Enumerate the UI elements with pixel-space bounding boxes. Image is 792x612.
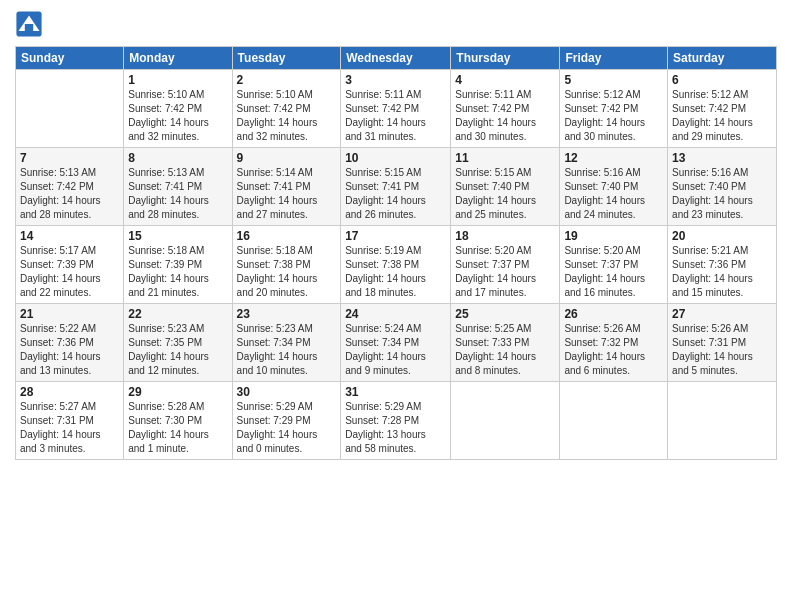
day-number: 19 — [564, 229, 663, 243]
day-info: Sunrise: 5:15 AM Sunset: 7:41 PM Dayligh… — [345, 166, 446, 222]
calendar-cell: 11Sunrise: 5:15 AM Sunset: 7:40 PM Dayli… — [451, 148, 560, 226]
calendar-cell: 9Sunrise: 5:14 AM Sunset: 7:41 PM Daylig… — [232, 148, 341, 226]
calendar-week-row: 28Sunrise: 5:27 AM Sunset: 7:31 PM Dayli… — [16, 382, 777, 460]
calendar-table: SundayMondayTuesdayWednesdayThursdayFrid… — [15, 46, 777, 460]
day-info: Sunrise: 5:24 AM Sunset: 7:34 PM Dayligh… — [345, 322, 446, 378]
calendar-cell: 20Sunrise: 5:21 AM Sunset: 7:36 PM Dayli… — [668, 226, 777, 304]
calendar-cell: 6Sunrise: 5:12 AM Sunset: 7:42 PM Daylig… — [668, 70, 777, 148]
day-number: 4 — [455, 73, 555, 87]
day-number: 7 — [20, 151, 119, 165]
day-info: Sunrise: 5:20 AM Sunset: 7:37 PM Dayligh… — [455, 244, 555, 300]
day-info: Sunrise: 5:23 AM Sunset: 7:34 PM Dayligh… — [237, 322, 337, 378]
calendar-week-row: 21Sunrise: 5:22 AM Sunset: 7:36 PM Dayli… — [16, 304, 777, 382]
calendar-cell: 1Sunrise: 5:10 AM Sunset: 7:42 PM Daylig… — [124, 70, 232, 148]
day-number: 30 — [237, 385, 337, 399]
day-info: Sunrise: 5:10 AM Sunset: 7:42 PM Dayligh… — [237, 88, 337, 144]
calendar-cell: 17Sunrise: 5:19 AM Sunset: 7:38 PM Dayli… — [341, 226, 451, 304]
page: SundayMondayTuesdayWednesdayThursdayFrid… — [0, 0, 792, 612]
weekday-header: Friday — [560, 47, 668, 70]
day-number: 29 — [128, 385, 227, 399]
day-number: 24 — [345, 307, 446, 321]
calendar-week-row: 1Sunrise: 5:10 AM Sunset: 7:42 PM Daylig… — [16, 70, 777, 148]
calendar-header-row: SundayMondayTuesdayWednesdayThursdayFrid… — [16, 47, 777, 70]
calendar-cell: 28Sunrise: 5:27 AM Sunset: 7:31 PM Dayli… — [16, 382, 124, 460]
calendar-cell: 14Sunrise: 5:17 AM Sunset: 7:39 PM Dayli… — [16, 226, 124, 304]
svg-rect-2 — [25, 24, 33, 31]
calendar-cell: 25Sunrise: 5:25 AM Sunset: 7:33 PM Dayli… — [451, 304, 560, 382]
calendar-cell: 16Sunrise: 5:18 AM Sunset: 7:38 PM Dayli… — [232, 226, 341, 304]
day-info: Sunrise: 5:20 AM Sunset: 7:37 PM Dayligh… — [564, 244, 663, 300]
day-number: 26 — [564, 307, 663, 321]
calendar-cell: 31Sunrise: 5:29 AM Sunset: 7:28 PM Dayli… — [341, 382, 451, 460]
day-number: 15 — [128, 229, 227, 243]
day-info: Sunrise: 5:29 AM Sunset: 7:28 PM Dayligh… — [345, 400, 446, 456]
calendar-cell: 8Sunrise: 5:13 AM Sunset: 7:41 PM Daylig… — [124, 148, 232, 226]
day-info: Sunrise: 5:16 AM Sunset: 7:40 PM Dayligh… — [564, 166, 663, 222]
day-info: Sunrise: 5:19 AM Sunset: 7:38 PM Dayligh… — [345, 244, 446, 300]
calendar-cell: 26Sunrise: 5:26 AM Sunset: 7:32 PM Dayli… — [560, 304, 668, 382]
day-number: 10 — [345, 151, 446, 165]
day-number: 9 — [237, 151, 337, 165]
calendar-cell: 30Sunrise: 5:29 AM Sunset: 7:29 PM Dayli… — [232, 382, 341, 460]
calendar-cell: 19Sunrise: 5:20 AM Sunset: 7:37 PM Dayli… — [560, 226, 668, 304]
day-info: Sunrise: 5:11 AM Sunset: 7:42 PM Dayligh… — [345, 88, 446, 144]
day-number: 8 — [128, 151, 227, 165]
calendar-cell: 24Sunrise: 5:24 AM Sunset: 7:34 PM Dayli… — [341, 304, 451, 382]
weekday-header: Tuesday — [232, 47, 341, 70]
weekday-header: Sunday — [16, 47, 124, 70]
calendar-cell: 7Sunrise: 5:13 AM Sunset: 7:42 PM Daylig… — [16, 148, 124, 226]
day-number: 31 — [345, 385, 446, 399]
weekday-header: Saturday — [668, 47, 777, 70]
calendar-cell: 22Sunrise: 5:23 AM Sunset: 7:35 PM Dayli… — [124, 304, 232, 382]
day-info: Sunrise: 5:12 AM Sunset: 7:42 PM Dayligh… — [672, 88, 772, 144]
day-number: 11 — [455, 151, 555, 165]
calendar-cell — [668, 382, 777, 460]
calendar-cell: 13Sunrise: 5:16 AM Sunset: 7:40 PM Dayli… — [668, 148, 777, 226]
calendar-cell: 2Sunrise: 5:10 AM Sunset: 7:42 PM Daylig… — [232, 70, 341, 148]
calendar-cell: 15Sunrise: 5:18 AM Sunset: 7:39 PM Dayli… — [124, 226, 232, 304]
day-info: Sunrise: 5:12 AM Sunset: 7:42 PM Dayligh… — [564, 88, 663, 144]
calendar-week-row: 7Sunrise: 5:13 AM Sunset: 7:42 PM Daylig… — [16, 148, 777, 226]
calendar-cell: 5Sunrise: 5:12 AM Sunset: 7:42 PM Daylig… — [560, 70, 668, 148]
day-number: 1 — [128, 73, 227, 87]
calendar-week-row: 14Sunrise: 5:17 AM Sunset: 7:39 PM Dayli… — [16, 226, 777, 304]
day-number: 5 — [564, 73, 663, 87]
calendar-cell — [560, 382, 668, 460]
logo — [15, 10, 45, 38]
day-number: 21 — [20, 307, 119, 321]
day-number: 3 — [345, 73, 446, 87]
calendar-cell: 18Sunrise: 5:20 AM Sunset: 7:37 PM Dayli… — [451, 226, 560, 304]
calendar-cell: 10Sunrise: 5:15 AM Sunset: 7:41 PM Dayli… — [341, 148, 451, 226]
calendar-cell: 23Sunrise: 5:23 AM Sunset: 7:34 PM Dayli… — [232, 304, 341, 382]
calendar-cell: 3Sunrise: 5:11 AM Sunset: 7:42 PM Daylig… — [341, 70, 451, 148]
header — [15, 10, 777, 38]
calendar-cell: 29Sunrise: 5:28 AM Sunset: 7:30 PM Dayli… — [124, 382, 232, 460]
weekday-header: Wednesday — [341, 47, 451, 70]
calendar-cell — [16, 70, 124, 148]
day-info: Sunrise: 5:26 AM Sunset: 7:32 PM Dayligh… — [564, 322, 663, 378]
day-info: Sunrise: 5:29 AM Sunset: 7:29 PM Dayligh… — [237, 400, 337, 456]
day-number: 20 — [672, 229, 772, 243]
day-info: Sunrise: 5:14 AM Sunset: 7:41 PM Dayligh… — [237, 166, 337, 222]
day-number: 17 — [345, 229, 446, 243]
weekday-header: Monday — [124, 47, 232, 70]
day-info: Sunrise: 5:26 AM Sunset: 7:31 PM Dayligh… — [672, 322, 772, 378]
day-info: Sunrise: 5:17 AM Sunset: 7:39 PM Dayligh… — [20, 244, 119, 300]
day-info: Sunrise: 5:16 AM Sunset: 7:40 PM Dayligh… — [672, 166, 772, 222]
calendar-cell: 4Sunrise: 5:11 AM Sunset: 7:42 PM Daylig… — [451, 70, 560, 148]
day-info: Sunrise: 5:23 AM Sunset: 7:35 PM Dayligh… — [128, 322, 227, 378]
day-info: Sunrise: 5:13 AM Sunset: 7:41 PM Dayligh… — [128, 166, 227, 222]
logo-icon — [15, 10, 43, 38]
day-info: Sunrise: 5:15 AM Sunset: 7:40 PM Dayligh… — [455, 166, 555, 222]
day-number: 25 — [455, 307, 555, 321]
day-number: 6 — [672, 73, 772, 87]
day-info: Sunrise: 5:13 AM Sunset: 7:42 PM Dayligh… — [20, 166, 119, 222]
day-number: 18 — [455, 229, 555, 243]
day-info: Sunrise: 5:28 AM Sunset: 7:30 PM Dayligh… — [128, 400, 227, 456]
day-info: Sunrise: 5:22 AM Sunset: 7:36 PM Dayligh… — [20, 322, 119, 378]
day-number: 28 — [20, 385, 119, 399]
calendar-cell — [451, 382, 560, 460]
day-number: 16 — [237, 229, 337, 243]
day-number: 12 — [564, 151, 663, 165]
day-info: Sunrise: 5:25 AM Sunset: 7:33 PM Dayligh… — [455, 322, 555, 378]
